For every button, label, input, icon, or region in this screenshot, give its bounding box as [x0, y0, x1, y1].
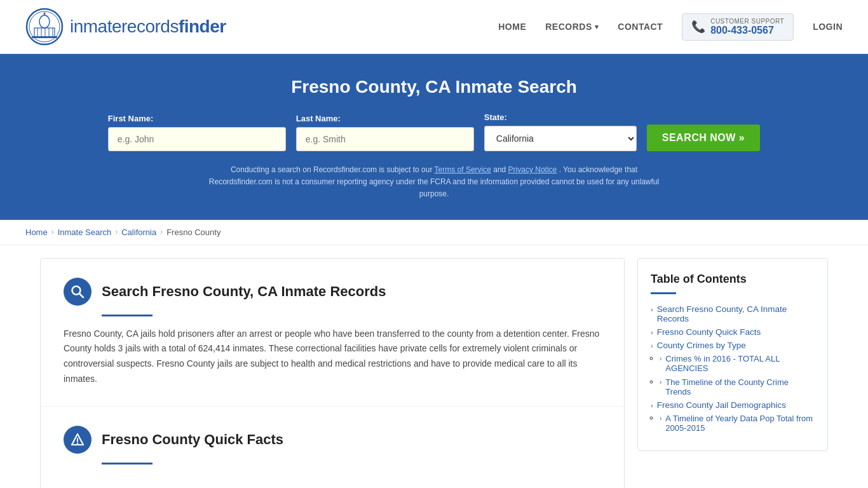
- section-title-1: Search Fresno County, CA Inmate Records: [102, 283, 386, 300]
- phone-icon: 📞: [691, 20, 705, 34]
- table-of-contents: Table of Contents › Search Fresno County…: [637, 258, 828, 451]
- main-content: Search Fresno County, CA Inmate Records …: [40, 258, 625, 488]
- first-name-label: First Name:: [108, 114, 286, 123]
- section-header-1: Search Fresno County, CA Inmate Records: [64, 278, 601, 306]
- toc-label-4: Fresno County Jail Demographics: [657, 400, 786, 410]
- section-title-2: Fresno County Quick Facts: [102, 431, 283, 448]
- site-header: inmaterecordsfinder HOME RECORDS ▾ CONTA…: [0, 0, 868, 54]
- breadcrumb-sep-1: ›: [51, 227, 54, 236]
- main-nav: HOME RECORDS ▾ CONTACT 📞 CUSTOMER SUPPOR…: [498, 13, 843, 41]
- toc-label-3: County Crimes by Type: [657, 341, 746, 350]
- hero-title: Fresno County, CA Inmate Search: [25, 77, 843, 97]
- svg-rect-6: [32, 36, 57, 38]
- support-label: CUSTOMER SUPPORT: [710, 18, 784, 25]
- breadcrumb-current: Fresno County: [166, 227, 220, 237]
- first-name-input[interactable]: [108, 127, 286, 151]
- toc-sublabel-3-1: Crimes % in 2016 - TOTAL ALL AGENCIES: [665, 354, 815, 373]
- nav-contact[interactable]: CONTACT: [618, 22, 663, 32]
- search-form: First Name: Last Name: State: California…: [25, 112, 843, 151]
- toc-sublink-4-1[interactable]: › A Timeline of Yearly Data Pop Total fr…: [660, 414, 815, 433]
- chevron-icon-2: ›: [651, 329, 653, 336]
- breadcrumb-home[interactable]: Home: [25, 227, 48, 237]
- terms-link[interactable]: Terms of Service: [435, 165, 491, 174]
- main-layout: Search Fresno County, CA Inmate Records …: [27, 258, 841, 488]
- breadcrumb-inmate-search[interactable]: Inmate Search: [58, 227, 112, 237]
- chevron-small-1: ›: [660, 355, 661, 362]
- privacy-link[interactable]: Privacy Notice: [508, 165, 557, 174]
- search-svg-icon: [71, 285, 85, 299]
- search-icon-circle: [64, 278, 92, 306]
- toc-sublink-3-2[interactable]: › The Timeline of the County Crime Trend…: [660, 377, 815, 396]
- toc-label-2: Fresno County Quick Facts: [657, 327, 761, 337]
- logo-icon: [25, 8, 64, 46]
- last-name-input[interactable]: [296, 127, 474, 151]
- sidebar: Table of Contents › Search Fresno County…: [637, 258, 828, 488]
- state-select[interactable]: California: [484, 126, 637, 151]
- alert-icon-circle: [64, 426, 92, 454]
- toc-sublabel-4-1: A Timeline of Yearly Data Pop Total from…: [665, 414, 815, 433]
- quick-facts-section: Fresno County Quick Facts: [41, 407, 624, 488]
- support-box[interactable]: 📞 CUSTOMER SUPPORT 800-433-0567: [682, 13, 794, 41]
- chevron-down-icon: ▾: [595, 23, 599, 31]
- breadcrumb-california[interactable]: California: [121, 227, 156, 237]
- breadcrumb-sep-3: ›: [160, 227, 163, 236]
- toc-item-1: › Search Fresno County, CA Inmate Record…: [651, 304, 815, 323]
- toc-subitem-3-2: › The Timeline of the County Crime Trend…: [660, 376, 815, 396]
- chevron-icon-3: ›: [651, 342, 653, 349]
- state-label: State:: [484, 112, 637, 122]
- nav-records[interactable]: RECORDS ▾: [545, 22, 599, 32]
- breadcrumb: Home › Inmate Search › California › Fres…: [0, 220, 868, 245]
- logo-text: inmaterecordsfinder: [70, 17, 226, 37]
- alert-svg-icon: [71, 433, 85, 447]
- toc-item-4: › Fresno County Jail Demographics › A Ti…: [651, 400, 815, 433]
- chevron-icon-4: ›: [651, 402, 653, 409]
- disclaimer-and: and: [493, 165, 508, 174]
- hero-section: Fresno County, CA Inmate Search First Na…: [0, 54, 868, 220]
- logo-regular: inmaterecords: [70, 17, 179, 36]
- chevron-icon-1: ›: [651, 306, 653, 313]
- support-info: CUSTOMER SUPPORT 800-433-0567: [710, 18, 784, 36]
- section-header-2: Fresno County Quick Facts: [64, 426, 601, 454]
- chevron-small-3: ›: [660, 415, 661, 422]
- toc-item-2: › Fresno County Quick Facts: [651, 327, 815, 337]
- toc-sublabel-3-2: The Timeline of the County Crime Trends: [665, 377, 815, 396]
- svg-point-15: [77, 443, 78, 444]
- last-name-label: Last Name:: [296, 114, 474, 123]
- disclaimer-text: Conducting a search on Recordsfinder.com…: [231, 165, 435, 174]
- toc-sublink-3-1[interactable]: › Crimes % in 2016 - TOTAL ALL AGENCIES: [660, 354, 815, 373]
- search-button[interactable]: SEARCH NOW »: [647, 125, 760, 151]
- inmate-records-section: Search Fresno County, CA Inmate Records …: [41, 259, 624, 407]
- toc-link-2[interactable]: › Fresno County Quick Facts: [651, 327, 815, 337]
- svg-point-2: [39, 15, 50, 28]
- logo-bold: finder: [179, 17, 226, 36]
- section-underline-2: [102, 463, 153, 464]
- toc-link-3[interactable]: › County Crimes by Type: [651, 341, 815, 350]
- toc-subitem-3-1: › Crimes % in 2016 - TOTAL ALL AGENCIES: [660, 353, 815, 373]
- section-underline-1: [102, 315, 153, 316]
- logo[interactable]: inmaterecordsfinder: [25, 8, 226, 46]
- nav-records-label: RECORDS: [545, 22, 592, 32]
- disclaimer: Conducting a search on Recordsfinder.com…: [199, 164, 669, 201]
- chevron-small-2: ›: [660, 379, 661, 386]
- svg-line-13: [79, 294, 83, 297]
- support-phone: 800-433-0567: [710, 25, 784, 36]
- toc-sublist-4: › A Timeline of Yearly Data Pop Total fr…: [660, 412, 815, 433]
- toc-sublist-3: › Crimes % in 2016 - TOTAL ALL AGENCIES …: [660, 353, 815, 396]
- state-group: State: California: [484, 112, 637, 151]
- toc-subitem-4-1: › A Timeline of Yearly Data Pop Total fr…: [660, 412, 815, 433]
- toc-label-1: Search Fresno County, CA Inmate Records: [657, 304, 815, 323]
- last-name-group: Last Name:: [296, 114, 474, 151]
- toc-link-4[interactable]: › Fresno County Jail Demographics: [651, 400, 815, 410]
- nav-login[interactable]: LOGIN: [813, 22, 843, 32]
- toc-item-3: › County Crimes by Type › Crimes % in 20…: [651, 341, 815, 396]
- toc-title: Table of Contents: [651, 273, 815, 286]
- first-name-group: First Name:: [108, 114, 286, 151]
- toc-divider: [651, 292, 676, 294]
- breadcrumb-sep-2: ›: [115, 227, 118, 236]
- section-text-1: Fresno County, CA jails hold prisoners a…: [64, 327, 601, 387]
- toc-link-1[interactable]: › Search Fresno County, CA Inmate Record…: [651, 304, 815, 323]
- nav-home[interactable]: HOME: [498, 22, 526, 32]
- toc-list: › Search Fresno County, CA Inmate Record…: [651, 304, 815, 433]
- svg-point-4: [44, 13, 46, 15]
